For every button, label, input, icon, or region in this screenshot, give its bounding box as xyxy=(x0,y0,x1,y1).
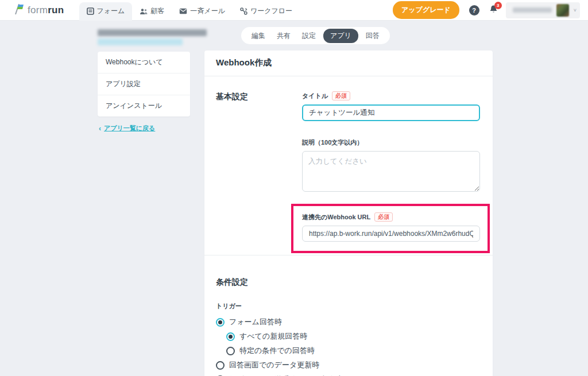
webhook-url-input[interactable] xyxy=(302,226,480,242)
description-field: 説明（100文字以内） xyxy=(302,138,480,194)
nav-tab-customers[interactable]: 顧客 xyxy=(132,2,172,21)
radio-unselected-icon[interactable] xyxy=(216,361,225,370)
top-navbar: formrun フォーム 顧客 一斉メール ワークフロー xyxy=(0,0,588,21)
radio-selected-icon[interactable] xyxy=(216,318,225,327)
workflow-icon xyxy=(240,7,247,15)
tab-settings[interactable]: 設定 xyxy=(296,31,322,41)
form-icon xyxy=(87,7,94,15)
description-field-label: 説明（100文字以内） xyxy=(302,138,363,147)
description-textarea[interactable] xyxy=(302,151,480,192)
title-field-label: タイトル xyxy=(302,92,328,100)
form-page-tabs: 編集 共有 設定 アプリ 回答 xyxy=(241,27,390,44)
user-name-redacted xyxy=(513,7,552,13)
required-badge: 必須 xyxy=(374,212,393,222)
form-subtitle-line-redacted xyxy=(98,38,183,45)
logo-flag-icon xyxy=(14,3,24,17)
sidebar-item-about-webhook[interactable]: Webhookについて xyxy=(98,52,190,73)
nav-tab-bulk-mail[interactable]: 一斉メール xyxy=(172,2,233,21)
tab-apps[interactable]: アプリ xyxy=(323,29,358,43)
app-sidebar: Webhookについて アプリ設定 アンインストール ‹ アプリ一覧に戻る xyxy=(98,52,190,133)
required-badge: 必須 xyxy=(332,91,350,100)
help-button[interactable]: ? xyxy=(469,5,479,15)
back-link-label: アプリ一覧に戻る xyxy=(104,124,155,133)
tab-edit[interactable]: 編集 xyxy=(246,31,271,41)
envelope-icon xyxy=(179,8,187,14)
radio-selected-icon[interactable] xyxy=(226,332,235,341)
user-menu[interactable]: ˅ xyxy=(506,2,580,18)
title-input[interactable] xyxy=(302,104,480,121)
sidebar-menu: Webhookについて アプリ設定 アンインストール xyxy=(98,52,190,117)
nav-tab-forms[interactable]: フォーム xyxy=(79,2,133,21)
formrun-logo[interactable]: formrun xyxy=(14,3,64,17)
basic-settings-fields: タイトル 必須 説明（100文字以内） 連携先のWebhook URL 必須 xyxy=(302,91,480,253)
sidebar-item-app-settings[interactable]: アプリ設定 xyxy=(98,73,190,95)
basic-settings-title: 基本設定 xyxy=(216,91,302,253)
upgrade-button[interactable]: アップグレード xyxy=(393,1,459,19)
tab-share[interactable]: 共有 xyxy=(271,31,296,41)
form-title-redacted xyxy=(98,29,207,45)
form-title-line-redacted xyxy=(98,29,207,36)
notifications-button[interactable]: 3 xyxy=(489,5,498,16)
chevron-left-icon: ‹ xyxy=(99,125,101,133)
trigger-label: トリガー xyxy=(216,302,481,311)
back-to-app-list-link[interactable]: ‹ アプリ一覧に戻る xyxy=(98,124,190,133)
navbar-right: アップグレード ? 3 ˅ xyxy=(393,1,588,19)
page-title: Webhook作成 xyxy=(216,57,481,68)
radio-option-all-new-responses[interactable]: すべての新規回答時 xyxy=(226,331,481,342)
radio-option-data-update[interactable]: 回答画面でのデータ更新時 xyxy=(216,360,481,370)
nav-tab-label: 顧客 xyxy=(150,6,164,16)
radio-unselected-icon[interactable] xyxy=(226,347,235,355)
webhook-create-card: Webhook作成 基本設定 タイトル 必須 説明（100文字以内） 連携先のW xyxy=(204,51,493,376)
nav-tab-label: ワークフロー xyxy=(250,6,292,16)
annotation-highlight-box: 連携先のWebhook URL 必須 xyxy=(291,204,490,253)
card-header: Webhook作成 xyxy=(204,51,493,76)
condition-settings-section: 条件設定 トリガー フォーム回答時 すべての新規回答時 特定の条件での回答時 回… xyxy=(204,255,493,376)
people-icon xyxy=(140,8,148,15)
sidebar-item-uninstall[interactable]: アンインストール xyxy=(98,95,190,117)
radio-option-conditional-responses[interactable]: 特定の条件での回答時 xyxy=(226,346,481,356)
logo-text: formrun xyxy=(28,5,64,16)
chevron-down-icon: ˅ xyxy=(574,7,577,13)
nav-tab-workflow[interactable]: ワークフロー xyxy=(233,2,300,21)
avatar xyxy=(556,4,569,17)
nav-tab-label: 一斉メール xyxy=(190,6,225,16)
radio-option-form-response[interactable]: フォーム回答時 xyxy=(216,317,481,327)
nav-tab-label: フォーム xyxy=(97,6,125,16)
webhook-url-field-label: 連携先のWebhook URL xyxy=(302,213,370,222)
condition-settings-title: 条件設定 xyxy=(216,277,302,288)
basic-settings-section: 基本設定 タイトル 必須 説明（100文字以内） 連携先のWebhook URL… xyxy=(204,76,493,253)
trigger-options: フォーム回答時 すべての新規回答時 特定の条件での回答時 回答画面でのデータ更新… xyxy=(216,317,481,376)
tab-responses[interactable]: 回答 xyxy=(360,31,385,41)
notification-count-badge: 3 xyxy=(494,2,502,9)
title-field: タイトル 必須 xyxy=(302,91,480,121)
main-nav: フォーム 顧客 一斉メール ワークフロー xyxy=(79,0,300,21)
